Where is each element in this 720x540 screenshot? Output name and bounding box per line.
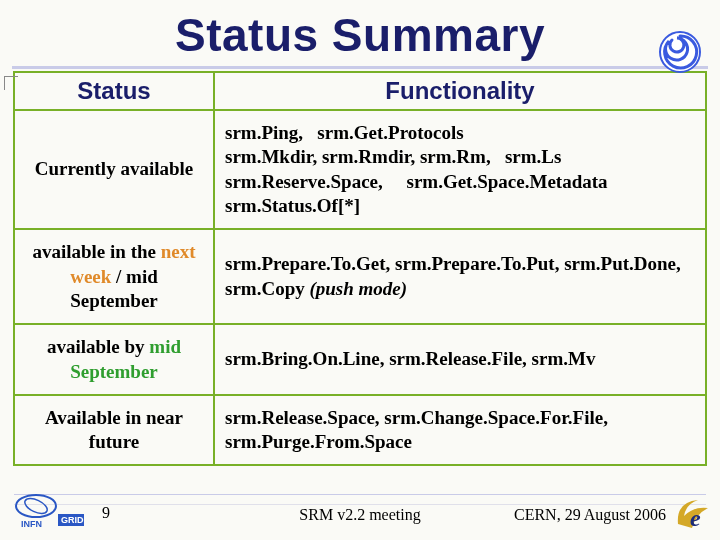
- col-status-header: Status: [14, 72, 214, 110]
- footer-right-text: CERN, 29 August 2006: [514, 506, 666, 524]
- functionality-cell: srm.Release.Space, srm.Change.Space.For.…: [214, 395, 706, 466]
- func-text: srm.Bring.On.Line, srm.Release.File, srm…: [225, 348, 595, 369]
- func-text: srm.Ping, srm.Get.Protocols: [225, 122, 464, 143]
- slide: Status Summary Status Functionality Curr…: [0, 0, 720, 540]
- footer-divider: [14, 494, 706, 495]
- status-text: available by: [47, 336, 149, 357]
- egee-logo-icon: e: [672, 494, 712, 534]
- status-cell: Available in near future: [14, 395, 214, 466]
- status-cell: available in the next week / mid Septemb…: [14, 229, 214, 324]
- table-row: available in the next week / mid Septemb…: [14, 229, 706, 324]
- page-title: Status Summary: [0, 0, 720, 66]
- func-text: srm.Status.Of[*]: [225, 195, 360, 216]
- status-text: Currently available: [35, 158, 194, 179]
- crop-mark-icon: [4, 76, 18, 90]
- title-underline: [12, 66, 708, 69]
- status-cell: Currently available: [14, 110, 214, 229]
- footer-divider-2: [14, 504, 706, 505]
- functionality-cell: srm.Ping, srm.Get.Protocolssrm.Mkdir, sr…: [214, 110, 706, 229]
- footer: INFN GRID 9 SRM v2.2 meeting CERN, 29 Au…: [0, 486, 720, 536]
- func-text: srm.Mkdir, srm.Rmdir, srm.Rm, srm.Ls: [225, 146, 561, 167]
- functionality-cell: srm.Prepare.To.Get, srm.Prepare.To.Put, …: [214, 229, 706, 324]
- status-cell: available by mid September: [14, 324, 214, 395]
- status-table: Status Functionality Currently available…: [13, 71, 707, 466]
- func-text: srm.Prepare.To.Get, srm.Prepare.To.Put, …: [225, 253, 681, 298]
- spiral-logo-icon: [658, 30, 702, 74]
- functionality-cell: srm.Bring.On.Line, srm.Release.File, srm…: [214, 324, 706, 395]
- func-text: srm.Reserve.Space, srm.Get.Space.Metadat…: [225, 171, 608, 192]
- col-func-header: Functionality: [214, 72, 706, 110]
- svg-text:e: e: [690, 505, 701, 531]
- table-row: available by mid Septembersrm.Bring.On.L…: [14, 324, 706, 395]
- table-row: Available in near futuresrm.Release.Spac…: [14, 395, 706, 466]
- status-text: Available in near future: [45, 407, 183, 452]
- table-row: Currently availablesrm.Ping, srm.Get.Pro…: [14, 110, 706, 229]
- status-text: available in the: [32, 241, 160, 262]
- func-italic: (push mode): [309, 278, 407, 299]
- table-header-row: Status Functionality: [14, 72, 706, 110]
- func-text: srm.Release.Space, srm.Change.Space.For.…: [225, 407, 608, 452]
